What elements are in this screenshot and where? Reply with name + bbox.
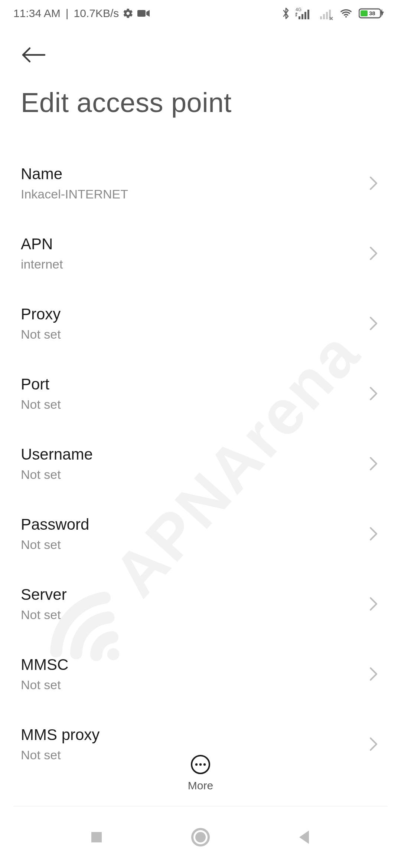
setting-label: APN (21, 234, 361, 254)
setting-value: internet (21, 256, 361, 272)
gear-icon (123, 8, 134, 19)
chevron-right-icon (368, 315, 379, 332)
signal-nosim-icon (317, 7, 333, 20)
setting-label: Server (21, 585, 361, 605)
bluetooth-icon (281, 7, 290, 20)
svg-rect-13 (361, 10, 368, 16)
svg-rect-8 (323, 14, 325, 19)
setting-label: MMSC (21, 655, 361, 675)
setting-row-apn[interactable]: APN internet (21, 218, 380, 288)
video-camera-icon (137, 9, 150, 18)
triangle-left-icon (297, 829, 312, 845)
chevron-right-icon (368, 385, 379, 402)
setting-value: Not set (21, 326, 361, 342)
svg-rect-20 (91, 832, 102, 842)
setting-label: MMS proxy (21, 725, 361, 745)
back-button[interactable] (21, 40, 50, 70)
setting-row-mmsc[interactable]: MMSC Not set (21, 639, 380, 709)
setting-label: Username (21, 445, 361, 464)
chevron-right-icon (368, 526, 379, 542)
setting-value: Not set (21, 467, 361, 483)
setting-value: Inkacel-INTERNET (21, 186, 361, 202)
status-time: 11:34 AM (13, 7, 61, 20)
arrow-left-icon (21, 46, 47, 64)
chevron-right-icon (368, 666, 379, 682)
circle-icon (191, 828, 210, 847)
setting-value: Not set (21, 747, 361, 763)
chevron-right-icon (368, 175, 379, 191)
square-icon (89, 830, 104, 845)
setting-row-port[interactable]: Port Not set (21, 358, 380, 428)
setting-value: Not set (21, 607, 361, 623)
nav-back-button[interactable] (282, 819, 327, 856)
wifi-icon (339, 7, 353, 19)
svg-rect-6 (307, 10, 309, 19)
setting-row-username[interactable]: Username Not set (21, 428, 380, 499)
battery-icon: 38 (359, 7, 388, 20)
nav-home-button[interactable] (178, 819, 223, 856)
status-net-speed: 10.7KB/s (74, 7, 119, 20)
setting-row-server[interactable]: Server Not set (21, 569, 380, 639)
nav-recent-button[interactable] (74, 819, 119, 856)
svg-rect-3 (299, 16, 300, 19)
setting-row-mms-proxy[interactable]: MMS proxy Not set (21, 709, 380, 779)
setting-label: Password (21, 515, 361, 535)
chevron-right-icon (368, 456, 379, 472)
battery-percent-text: 38 (369, 10, 375, 16)
svg-rect-9 (326, 12, 328, 19)
setting-value: Not set (21, 397, 361, 412)
status-left: 11:34 AM | 10.7KB/s (13, 7, 150, 20)
svg-rect-5 (304, 12, 306, 19)
status-separator: | (66, 7, 69, 20)
status-bar: 11:34 AM | 10.7KB/s 4G (0, 0, 401, 27)
settings-list: Name Inkacel-INTERNET APN internet Proxy… (0, 133, 401, 779)
chevron-right-icon (368, 736, 379, 752)
setting-label: Proxy (21, 305, 361, 324)
chevron-right-icon (368, 245, 379, 262)
setting-label: Port (21, 375, 361, 394)
setting-row-name[interactable]: Name Inkacel-INTERNET (21, 148, 380, 218)
app-bar (0, 27, 401, 73)
setting-value: Not set (21, 537, 361, 553)
setting-row-password[interactable]: Password Not set (21, 499, 380, 569)
svg-rect-1 (137, 10, 146, 17)
svg-point-22 (195, 832, 206, 842)
svg-point-11 (345, 16, 347, 17)
page-title: Edit access point (0, 73, 401, 133)
svg-text:4G: 4G (296, 7, 301, 12)
svg-rect-4 (301, 14, 303, 19)
chevron-right-icon (368, 596, 379, 612)
more-label: More (188, 779, 213, 792)
setting-value: Not set (21, 677, 361, 693)
signal-4g-icon: 4G (296, 7, 312, 20)
svg-rect-7 (320, 16, 322, 19)
setting-label: Name (21, 164, 361, 184)
navigation-bar (0, 806, 401, 868)
status-right: 4G (281, 7, 388, 20)
setting-row-proxy[interactable]: Proxy Not set (21, 288, 380, 358)
